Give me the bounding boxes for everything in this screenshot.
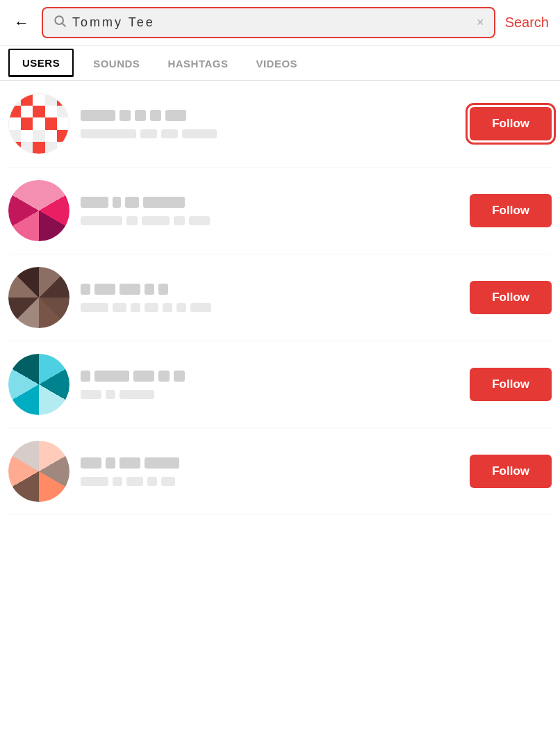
avatar — [8, 354, 69, 415]
user-info — [81, 371, 459, 399]
avatar — [8, 180, 69, 241]
follow-button-2[interactable]: Follow — [470, 194, 552, 227]
list-item: Follow — [8, 254, 552, 341]
follow-button-3[interactable]: Follow — [470, 281, 552, 314]
back-button[interactable]: ← — [8, 11, 35, 35]
list-item: Follow — [8, 341, 552, 428]
list-item: Follow — [8, 81, 552, 168]
avatar — [8, 93, 69, 154]
tab-sounds[interactable]: SOUNDS — [79, 48, 154, 78]
tab-hashtags[interactable]: HASHTAGS — [154, 48, 242, 78]
username-line — [81, 110, 459, 121]
search-icon — [53, 14, 67, 31]
user-info — [81, 457, 459, 486]
avatar — [8, 267, 69, 328]
list-item: Follow — [8, 168, 552, 254]
follow-button-5[interactable]: Follow — [470, 455, 552, 488]
search-header: ← × Search — [0, 0, 560, 46]
list-item: Follow — [8, 428, 552, 515]
search-button[interactable]: Search — [502, 15, 552, 31]
user-info — [81, 197, 459, 225]
svg-line-1 — [63, 24, 66, 27]
category-tabs: USERS SOUNDS HASHTAGS VIDEOS — [0, 46, 560, 81]
display-name-line — [81, 129, 459, 138]
user-info — [81, 284, 459, 312]
svg-point-0 — [55, 16, 63, 24]
clear-search-button[interactable]: × — [477, 15, 484, 30]
search-input[interactable] — [72, 15, 471, 30]
tab-users[interactable]: USERS — [8, 49, 74, 77]
search-box-container: × — [42, 7, 495, 38]
tab-videos[interactable]: VIDEOS — [242, 48, 311, 78]
follow-button-4[interactable]: Follow — [470, 368, 552, 401]
avatar — [8, 441, 69, 502]
user-info — [81, 110, 459, 138]
follow-button-1[interactable]: Follow — [470, 107, 552, 140]
user-list: Follow Follow — [0, 81, 560, 515]
